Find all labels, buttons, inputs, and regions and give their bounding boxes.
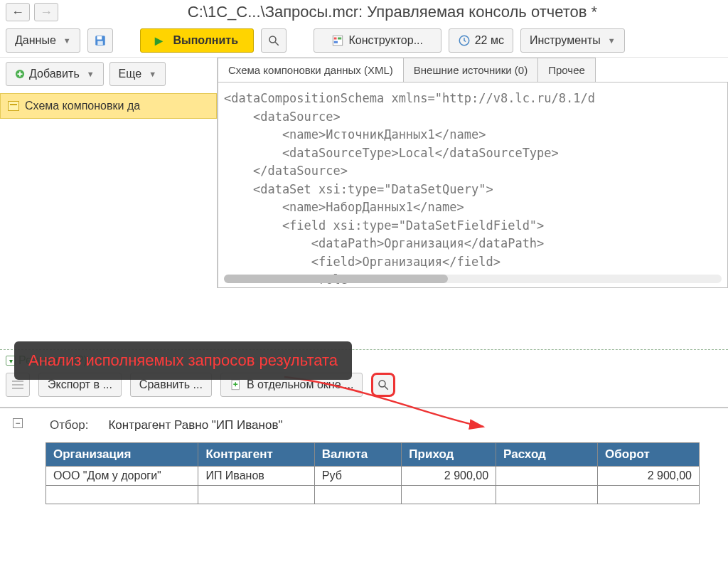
- plus-circle-icon: [15, 69, 25, 79]
- grid-icon: [12, 381, 23, 389]
- analyze-queries-button[interactable]: [371, 373, 395, 397]
- more-button[interactable]: Еще ▼: [109, 62, 166, 86]
- svg-line-13: [385, 386, 389, 390]
- svg-rect-2: [97, 41, 103, 45]
- filter-label: Отбор:: [50, 418, 88, 432]
- nav-forward-button[interactable]: →: [34, 3, 58, 21]
- magnifier-icon: [267, 34, 280, 47]
- result-table: Организация Контрагент Валюта Приход Рас…: [46, 442, 700, 504]
- tab-other[interactable]: Прочее: [538, 58, 596, 82]
- tab-external-sources[interactable]: Внешние источники (0): [404, 58, 538, 82]
- tree-item-schema[interactable]: Схема компоновки да: [0, 93, 217, 119]
- svg-point-3: [269, 36, 276, 43]
- tools-dropdown-button[interactable]: Инструменты ▼: [520, 28, 625, 53]
- tools-dropdown-label: Инструменты: [530, 34, 601, 47]
- col-expense[interactable]: Расход: [496, 443, 598, 467]
- chevron-down-icon: ▼: [608, 36, 616, 45]
- tab-schema-xml[interactable]: Схема компоновки данных (XML): [218, 58, 404, 82]
- new-window-icon: [230, 378, 242, 391]
- cell-expense: [496, 467, 598, 486]
- compare-button-label: Сравнить ...: [139, 378, 203, 391]
- add-button-label: Добавить: [29, 68, 80, 80]
- svg-line-4: [275, 42, 279, 46]
- svg-rect-8: [334, 41, 338, 43]
- tree-item-label: Схема компоновки да: [25, 100, 140, 112]
- table-row[interactable]: [46, 486, 700, 504]
- col-currency[interactable]: Валюта: [314, 443, 402, 467]
- add-button[interactable]: Добавить ▼: [6, 62, 104, 86]
- xml-editor[interactable]: <dataCompositionSchema xmlns="http://v8.…: [218, 82, 728, 288]
- svg-rect-1: [97, 36, 102, 40]
- filter-value: Контрагент Равно "ИП Иванов": [108, 418, 282, 432]
- execute-search-button[interactable]: [261, 28, 287, 53]
- schema-icon: [8, 101, 19, 111]
- collapse-filter-icon[interactable]: −: [13, 418, 23, 428]
- chevron-down-icon: ▼: [63, 36, 71, 45]
- horizontal-scrollbar[interactable]: [224, 275, 722, 283]
- export-button-label: Экспорт в ...: [48, 378, 112, 391]
- time-label: 22 мс: [475, 34, 504, 47]
- constructor-button-label: Конструктор...: [348, 34, 423, 47]
- chevron-down-icon: ▼: [87, 70, 95, 78]
- cell-organization: ООО "Дом у дороги": [46, 467, 198, 486]
- save-icon: [94, 34, 107, 47]
- nav-back-button[interactable]: ←: [6, 3, 30, 21]
- window-title: C:\1C_C...\Запросы.mcr: Управляемая конс…: [63, 3, 722, 21]
- data-dropdown-label: Данные: [15, 34, 56, 47]
- more-button-label: Еще: [119, 68, 142, 80]
- cell-turnover: 2 900,00: [598, 467, 700, 486]
- col-organization[interactable]: Организация: [46, 443, 198, 467]
- annotation-tooltip: Анализ исполняемых запросов результата: [14, 341, 352, 380]
- xml-content: <dataCompositionSchema xmlns="http://v8.…: [224, 90, 722, 288]
- col-turnover[interactable]: Оборот: [598, 443, 700, 467]
- col-income[interactable]: Приход: [402, 443, 496, 467]
- constructor-button[interactable]: Конструктор...: [314, 28, 441, 53]
- save-button[interactable]: [87, 28, 113, 53]
- table-row[interactable]: ООО "Дом у дороги" ИП Иванов Руб 2 900,0…: [46, 467, 700, 486]
- svg-rect-5: [333, 36, 343, 46]
- cell-currency: Руб: [314, 467, 402, 486]
- data-dropdown-button[interactable]: Данные ▼: [6, 28, 80, 53]
- constructor-icon: [331, 34, 344, 47]
- magnifier-icon: [377, 378, 390, 391]
- cell-counterparty: ИП Иванов: [198, 467, 314, 486]
- open-window-label: В отдельном окне ...: [247, 378, 353, 391]
- svg-point-12: [379, 381, 385, 387]
- cell-income: 2 900,00: [402, 467, 496, 486]
- col-counterparty[interactable]: Контрагент: [198, 443, 314, 467]
- time-indicator: 22 мс: [449, 28, 513, 53]
- execute-button-label: Выполнить: [173, 34, 238, 47]
- chevron-down-icon: ▼: [149, 70, 156, 78]
- execute-button[interactable]: Выполнить: [140, 28, 254, 53]
- clock-icon: [458, 34, 471, 47]
- table-header-row: Организация Контрагент Валюта Приход Рас…: [46, 443, 700, 467]
- svg-rect-7: [338, 38, 341, 40]
- svg-rect-6: [334, 38, 337, 40]
